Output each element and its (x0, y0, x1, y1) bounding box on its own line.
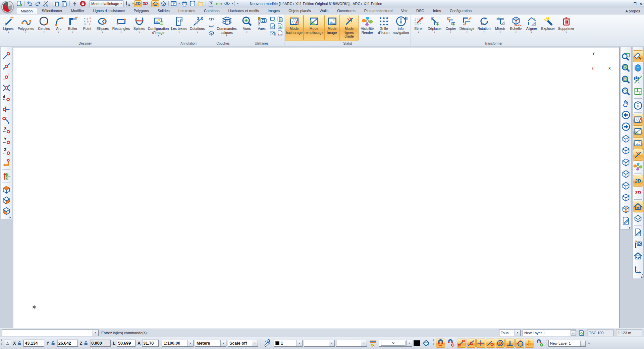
view-cube-1[interactable] (621, 133, 631, 144)
ribbon-button-copier[interactable]: Copier▾ (443, 15, 458, 41)
image-mode[interactable] (633, 137, 643, 149)
axon-view-button[interactable] (159, 0, 167, 7)
fill-mode[interactable] (633, 126, 643, 137)
view-cube-side[interactable] (1, 195, 11, 205)
length-input[interactable] (117, 340, 136, 347)
render-visibility[interactable] (633, 161, 643, 172)
ribbon-button-grille-ecran[interactable]: Grille d'écran (376, 15, 391, 41)
x-lock-icon[interactable] (17, 341, 22, 346)
stop-command[interactable] (79, 0, 87, 7)
redraw[interactable] (621, 215, 631, 227)
ribbon-button-mode-image[interactable]: Mode image (324, 15, 340, 41)
snap-intersection[interactable] (1, 83, 11, 93)
ribbon-button-visibilite-render[interactable]: Visibilité Render (359, 15, 376, 41)
snap-magnet-off-button[interactable] (446, 339, 455, 348)
ribbon-button-polygones[interactable]: Polygones▾ (16, 15, 36, 41)
view-cube-front[interactable] (1, 205, 11, 216)
ribbon-button-vues-camera[interactable]: Vues (254, 15, 269, 41)
info-object[interactable] (633, 100, 643, 111)
calque-visible[interactable] (208, 16, 215, 22)
calque-cache[interactable] (208, 23, 215, 30)
tab-walls[interactable]: Walls (315, 8, 333, 14)
ribbon-button-aligner[interactable]: Aligner▾ (524, 15, 539, 41)
pen-number-combo[interactable]: 1▾ (274, 340, 303, 347)
undo[interactable] (26, 0, 34, 7)
redo[interactable] (34, 0, 42, 7)
tab-images[interactable]: Images (263, 8, 284, 14)
z-coordinate-input[interactable] (90, 340, 111, 347)
tab-cotations[interactable]: Cotations (200, 8, 224, 14)
hatch-pattern-combo[interactable]: ✕▾ (379, 340, 412, 347)
ribbon-button-mirroir[interactable]: Mirroir▾ (492, 15, 508, 41)
snap-nearest-triangle[interactable] (467, 339, 476, 348)
open[interactable] (197, 0, 205, 7)
tab-modifier[interactable]: Modifier (67, 8, 89, 14)
toolbar-expand-icon[interactable]: ▶ (641, 276, 643, 279)
elevation[interactable] (1, 171, 11, 182)
view-cube-6[interactable] (621, 191, 631, 203)
angle-input[interactable] (142, 340, 159, 347)
ribbon-button-echelle[interactable]: X=Y=ZEchelle▾ (508, 15, 524, 41)
solid-cube[interactable] (633, 62, 643, 74)
quick-macro[interactable] (71, 0, 79, 7)
snap-perpendicular-foot[interactable] (505, 339, 515, 348)
fill-color-swatch[interactable] (414, 340, 420, 346)
hide-3d[interactable] (633, 74, 643, 86)
linetype-combo-2[interactable]: ▾ (336, 340, 367, 347)
helplines-mode[interactable] (633, 149, 643, 161)
axis-mode-dropdown[interactable]: ▾ (124, 0, 135, 7)
coord-x[interactable]: X (1, 126, 11, 136)
y-lock-icon[interactable] (51, 341, 56, 346)
zoom-in[interactable] (621, 62, 631, 74)
status-overflow-chevron[interactable]: » (587, 342, 591, 344)
view-cube-2[interactable] (621, 144, 631, 156)
window-manager-dropdown[interactable]: 7▾ (170, 0, 180, 7)
about-link[interactable]: A propos (626, 9, 640, 14)
axis-origin[interactable] (1, 158, 11, 168)
ribbon-button-cotations[interactable]: 2.0Cotations▾ (188, 15, 207, 41)
render-trowel[interactable] (633, 50, 643, 62)
snap-magnet-on-button[interactable] (436, 339, 445, 348)
tab-lignes-d-assistance[interactable]: Lignes d'assistance (89, 8, 129, 14)
ribbon-button-mode-lignes-aide[interactable]: Mode lignes d'aide (340, 15, 359, 41)
ribbon-button-lignes[interactable]: Lignes▾ (1, 15, 16, 41)
tab-hachures-et-motifs[interactable]: Hachures et motifs (224, 8, 263, 14)
snap-segment-endpoints[interactable] (457, 339, 466, 348)
print[interactable] (180, 0, 189, 7)
close-button[interactable]: ✕ (640, 2, 642, 6)
maximize-button[interactable]: ❐ (634, 2, 637, 6)
toolbar-expand-icon[interactable]: ▶ (629, 227, 631, 229)
view-cube-top[interactable] (1, 184, 11, 195)
ribbon-button-supprimer[interactable]: Supprimer▾ (557, 15, 576, 41)
coord-z[interactable]: Z (1, 147, 11, 158)
active-layer-combo[interactable]: New Layer 1 ... (523, 330, 576, 336)
current-layer-browse-button[interactable]: ... (580, 341, 586, 346)
ribbon-button-deplacer[interactable]: Déplacer▾ (426, 15, 443, 41)
snap-tangent-circle[interactable] (515, 339, 524, 348)
tab-s-lectionner[interactable]: Sélectionner (37, 8, 66, 14)
snap-distance[interactable]: d (1, 93, 11, 104)
calque-boite[interactable] (208, 30, 215, 37)
ribbon-button-arc[interactable]: Arc▾ (52, 15, 65, 41)
envoyer-mail[interactable] (269, 30, 276, 37)
pen-picker-icon[interactable] (263, 339, 272, 348)
ribbon-button-splines[interactable]: Splines▾ (131, 15, 147, 41)
minimize-button[interactable]: ─ (628, 2, 631, 6)
snap-point[interactable] (1, 72, 11, 83)
camera-view[interactable] (633, 238, 643, 250)
fichier-copie[interactable] (277, 16, 283, 22)
ribbon-button-point[interactable]: Point (80, 15, 94, 41)
snap-tangent[interactable] (1, 115, 11, 126)
view-cube-4[interactable] (621, 168, 631, 180)
visibility-dropdown[interactable]: ▾ (223, 0, 234, 7)
ribbon-button-exploser[interactable]: Exploser (539, 15, 557, 41)
z-lock-icon[interactable] (84, 341, 89, 346)
mode-3d-button[interactable]: 3D (142, 0, 149, 7)
next-view[interactable] (621, 121, 631, 133)
drawing-canvas[interactable]: y z x (13, 47, 620, 328)
mode-2d-button[interactable]: 2D (134, 0, 142, 7)
linetype-combo-1[interactable]: ▾ (304, 340, 335, 347)
command-history-dropdown[interactable]: ▾ (93, 330, 98, 336)
command-input[interactable] (2, 330, 93, 336)
help[interactable]: ? (207, 0, 215, 7)
